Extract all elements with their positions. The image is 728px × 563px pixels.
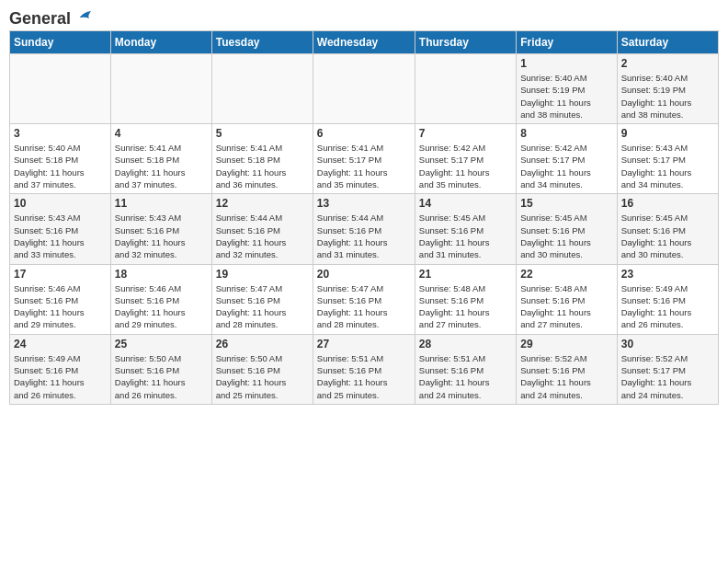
calendar-day-cell (313, 54, 415, 124)
weekday-header: Sunday (10, 31, 111, 54)
day-info: Sunrise: 5:40 AM Sunset: 5:19 PM Dayligh… (520, 72, 612, 121)
calendar-day-cell: 14Sunrise: 5:45 AM Sunset: 5:16 PM Dayli… (415, 194, 516, 264)
day-number: 4 (115, 127, 208, 140)
day-info: Sunrise: 5:47 AM Sunset: 5:16 PM Dayligh… (317, 282, 411, 331)
calendar-day-cell: 13Sunrise: 5:44 AM Sunset: 5:16 PM Dayli… (313, 194, 415, 264)
day-info: Sunrise: 5:47 AM Sunset: 5:16 PM Dayligh… (216, 282, 309, 331)
calendar-day-cell: 21Sunrise: 5:48 AM Sunset: 5:16 PM Dayli… (415, 264, 516, 334)
day-number: 18 (115, 268, 208, 281)
calendar-day-cell: 22Sunrise: 5:48 AM Sunset: 5:16 PM Dayli… (517, 264, 617, 334)
calendar-day-cell: 25Sunrise: 5:50 AM Sunset: 5:16 PM Dayli… (110, 334, 211, 404)
weekday-header: Friday (517, 31, 617, 54)
calendar-week-row: 1Sunrise: 5:40 AM Sunset: 5:19 PM Daylig… (10, 54, 719, 124)
day-number: 14 (419, 197, 512, 210)
day-number: 28 (419, 338, 512, 350)
day-number: 23 (621, 268, 714, 281)
calendar-day-cell: 26Sunrise: 5:50 AM Sunset: 5:16 PM Dayli… (211, 334, 313, 404)
day-info: Sunrise: 5:52 AM Sunset: 5:17 PM Dayligh… (621, 352, 714, 401)
day-number: 10 (14, 197, 107, 210)
weekday-header: Saturday (617, 31, 718, 54)
day-number: 27 (317, 338, 411, 350)
calendar-day-cell: 29Sunrise: 5:52 AM Sunset: 5:16 PM Dayli… (517, 334, 617, 404)
calendar-day-cell: 1Sunrise: 5:40 AM Sunset: 5:19 PM Daylig… (517, 54, 617, 124)
day-number: 16 (621, 197, 714, 210)
day-info: Sunrise: 5:41 AM Sunset: 5:18 PM Dayligh… (216, 142, 309, 190)
logo-bird-icon (73, 10, 93, 25)
calendar-week-row: 17Sunrise: 5:46 AM Sunset: 5:16 PM Dayli… (10, 264, 719, 334)
day-info: Sunrise: 5:45 AM Sunset: 5:16 PM Dayligh… (520, 212, 612, 260)
weekday-header: Thursday (415, 31, 516, 54)
day-info: Sunrise: 5:46 AM Sunset: 5:16 PM Dayligh… (14, 282, 107, 331)
day-info: Sunrise: 5:40 AM Sunset: 5:18 PM Dayligh… (14, 142, 107, 190)
day-info: Sunrise: 5:48 AM Sunset: 5:16 PM Dayligh… (419, 282, 512, 331)
day-info: Sunrise: 5:43 AM Sunset: 5:16 PM Dayligh… (115, 212, 208, 260)
calendar-day-cell: 27Sunrise: 5:51 AM Sunset: 5:16 PM Dayli… (313, 334, 415, 404)
calendar-day-cell: 15Sunrise: 5:45 AM Sunset: 5:16 PM Dayli… (517, 194, 617, 264)
weekday-header: Tuesday (211, 31, 313, 54)
calendar-day-cell: 23Sunrise: 5:49 AM Sunset: 5:16 PM Dayli… (617, 264, 718, 334)
day-info: Sunrise: 5:45 AM Sunset: 5:16 PM Dayligh… (621, 212, 714, 260)
day-number: 5 (216, 127, 309, 140)
day-number: 3 (14, 127, 107, 140)
day-info: Sunrise: 5:44 AM Sunset: 5:16 PM Dayligh… (317, 212, 411, 260)
day-info: Sunrise: 5:40 AM Sunset: 5:19 PM Dayligh… (621, 72, 714, 121)
day-number: 12 (216, 197, 309, 210)
day-info: Sunrise: 5:42 AM Sunset: 5:17 PM Dayligh… (520, 142, 612, 190)
day-number: 30 (621, 338, 714, 350)
day-info: Sunrise: 5:41 AM Sunset: 5:18 PM Dayligh… (115, 142, 208, 190)
day-info: Sunrise: 5:42 AM Sunset: 5:17 PM Dayligh… (419, 142, 512, 190)
calendar-day-cell: 20Sunrise: 5:47 AM Sunset: 5:16 PM Dayli… (313, 264, 415, 334)
calendar-day-cell: 11Sunrise: 5:43 AM Sunset: 5:16 PM Dayli… (110, 194, 211, 264)
day-info: Sunrise: 5:44 AM Sunset: 5:16 PM Dayligh… (216, 212, 309, 260)
calendar-day-cell: 12Sunrise: 5:44 AM Sunset: 5:16 PM Dayli… (211, 194, 313, 264)
calendar-day-cell: 24Sunrise: 5:49 AM Sunset: 5:16 PM Dayli… (10, 334, 111, 404)
day-info: Sunrise: 5:46 AM Sunset: 5:16 PM Dayligh… (115, 282, 208, 331)
day-number: 1 (520, 57, 612, 70)
calendar-day-cell: 18Sunrise: 5:46 AM Sunset: 5:16 PM Dayli… (110, 264, 211, 334)
day-number: 11 (115, 197, 208, 210)
calendar-day-cell: 30Sunrise: 5:52 AM Sunset: 5:17 PM Dayli… (617, 334, 718, 404)
calendar-day-cell: 10Sunrise: 5:43 AM Sunset: 5:16 PM Dayli… (10, 194, 111, 264)
day-number: 7 (419, 127, 512, 140)
day-number: 29 (520, 338, 612, 350)
calendar-day-cell: 19Sunrise: 5:47 AM Sunset: 5:16 PM Dayli… (211, 264, 313, 334)
logo-text-general: General (9, 9, 71, 29)
day-number: 6 (317, 127, 411, 140)
day-number: 25 (115, 338, 208, 350)
day-number: 22 (520, 268, 612, 281)
day-info: Sunrise: 5:49 AM Sunset: 5:16 PM Dayligh… (621, 282, 714, 331)
logo: General (9, 9, 93, 25)
day-info: Sunrise: 5:50 AM Sunset: 5:16 PM Dayligh… (115, 352, 208, 401)
calendar-day-cell: 9Sunrise: 5:43 AM Sunset: 5:17 PM Daylig… (617, 124, 718, 194)
day-number: 19 (216, 268, 309, 281)
day-number: 2 (621, 57, 714, 70)
day-number: 15 (520, 197, 612, 210)
weekday-header: Monday (110, 31, 211, 54)
day-info: Sunrise: 5:43 AM Sunset: 5:16 PM Dayligh… (14, 212, 107, 260)
calendar-day-cell: 2Sunrise: 5:40 AM Sunset: 5:19 PM Daylig… (617, 54, 718, 124)
calendar-day-cell: 17Sunrise: 5:46 AM Sunset: 5:16 PM Dayli… (10, 264, 111, 334)
page-header: General (9, 9, 719, 25)
calendar-day-cell: 6Sunrise: 5:41 AM Sunset: 5:17 PM Daylig… (313, 124, 415, 194)
calendar-week-row: 3Sunrise: 5:40 AM Sunset: 5:18 PM Daylig… (10, 124, 719, 194)
day-number: 17 (14, 268, 107, 281)
day-info: Sunrise: 5:41 AM Sunset: 5:17 PM Dayligh… (317, 142, 411, 190)
calendar-week-row: 24Sunrise: 5:49 AM Sunset: 5:16 PM Dayli… (10, 334, 719, 404)
day-number: 8 (520, 127, 612, 140)
calendar-day-cell: 4Sunrise: 5:41 AM Sunset: 5:18 PM Daylig… (110, 124, 211, 194)
calendar-day-cell: 5Sunrise: 5:41 AM Sunset: 5:18 PM Daylig… (211, 124, 313, 194)
day-info: Sunrise: 5:48 AM Sunset: 5:16 PM Dayligh… (520, 282, 612, 331)
day-info: Sunrise: 5:45 AM Sunset: 5:16 PM Dayligh… (419, 212, 512, 260)
calendar-day-cell: 7Sunrise: 5:42 AM Sunset: 5:17 PM Daylig… (415, 124, 516, 194)
day-info: Sunrise: 5:50 AM Sunset: 5:16 PM Dayligh… (216, 352, 309, 401)
calendar-week-row: 10Sunrise: 5:43 AM Sunset: 5:16 PM Dayli… (10, 194, 719, 264)
calendar-day-cell (10, 54, 111, 124)
calendar-header-row: SundayMondayTuesdayWednesdayThursdayFrid… (10, 31, 719, 54)
calendar-day-cell: 8Sunrise: 5:42 AM Sunset: 5:17 PM Daylig… (517, 124, 617, 194)
weekday-header: Wednesday (313, 31, 415, 54)
day-info: Sunrise: 5:51 AM Sunset: 5:16 PM Dayligh… (317, 352, 411, 401)
calendar-day-cell (415, 54, 516, 124)
day-number: 13 (317, 197, 411, 210)
calendar-day-cell (211, 54, 313, 124)
calendar-day-cell (110, 54, 211, 124)
